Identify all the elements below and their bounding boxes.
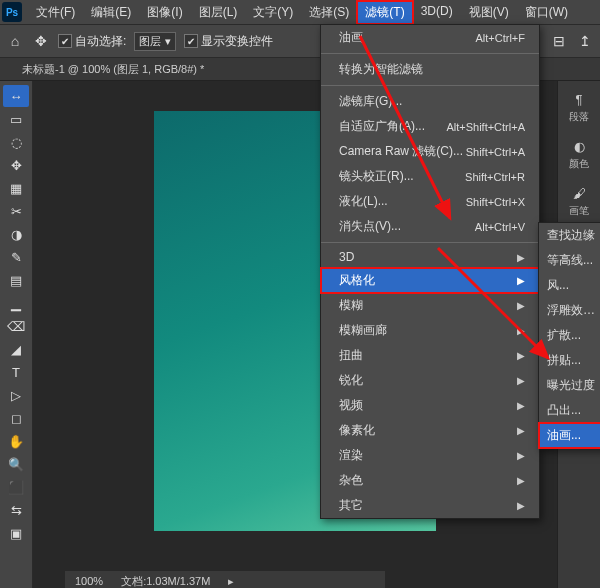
tool-14[interactable]: ◻ [3,407,29,429]
checkbox-icon: ✔ [58,34,72,48]
chevron-right-icon[interactable]: ▸ [228,575,234,588]
menu-item-渲染[interactable]: 渲染▶ [321,443,539,468]
menu-item-油画[interactable]: 油画Alt+Ctrl+F [321,25,539,50]
menu-item-滤镜库(G)...[interactable]: 滤镜库(G)... [321,89,539,114]
panel-icon: ◐ [569,138,589,154]
menu-item-自适应广角(A)...[interactable]: 自适应广角(A)...Alt+Shift+Ctrl+A [321,114,539,139]
menu-图层(L)[interactable]: 图层(L) [191,1,246,24]
menu-item-转换为智能滤镜[interactable]: 转换为智能滤镜 [321,57,539,82]
menu-item-模糊画廊[interactable]: 模糊画廊▶ [321,318,539,343]
menu-item-镜头校正(R)...[interactable]: 镜头校正(R)...Shift+Ctrl+R [321,164,539,189]
tool-9[interactable]: ▁ [3,292,29,314]
tool-3[interactable]: ✥ [3,154,29,176]
menu-item-Camera Raw 滤镜(C)...[interactable]: Camera Raw 滤镜(C)...Shift+Ctrl+A [321,139,539,164]
tool-16[interactable]: 🔍 [3,453,29,475]
menu-item-扭曲[interactable]: 扭曲▶ [321,343,539,368]
panel-label: 颜色 [569,157,589,171]
menu-item-视频[interactable]: 视频▶ [321,393,539,418]
submenu-item-风...[interactable]: 风... [539,273,600,298]
menu-item-锐化[interactable]: 锐化▶ [321,368,539,393]
submenu-item-凸出...[interactable]: 凸出... [539,398,600,423]
document-tab[interactable]: 未标题-1 @ 100% (图层 1, RGB/8#) * [14,60,212,79]
panel-label: 画笔 [569,204,589,218]
checkbox-icon: ✔ [184,34,198,48]
tool-0[interactable]: ↔ [3,85,29,107]
menu-视图(V)[interactable]: 视图(V) [461,1,517,24]
tool-11[interactable]: ◢ [3,338,29,360]
menu-item-杂色[interactable]: 杂色▶ [321,468,539,493]
tool-19[interactable]: ▣ [3,522,29,544]
zoom-level[interactable]: 100% [75,575,103,587]
menu-滤镜(T)[interactable]: 滤镜(T) [357,1,412,24]
tool-18[interactable]: ⇆ [3,499,29,521]
auto-select-target[interactable]: 图层 ▾ [134,32,176,51]
move-tool-icon[interactable]: ✥ [32,32,50,50]
tool-1[interactable]: ▭ [3,108,29,130]
menu-窗口(W)[interactable]: 窗口(W) [517,1,576,24]
tool-4[interactable]: ▦ [3,177,29,199]
menu-item-风格化[interactable]: 风格化▶ [321,268,539,293]
panel-段落[interactable]: ¶段落 [569,87,589,128]
tool-10[interactable]: ⌫ [3,315,29,337]
show-transform-option[interactable]: ✔ 显示变换控件 [184,33,273,50]
status-bar: 100% 文档:1.03M/1.37M ▸ [65,571,385,588]
menu-item-模糊[interactable]: 模糊▶ [321,293,539,318]
submenu-item-拼贴...[interactable]: 拼贴... [539,348,600,373]
menu-3D(D)[interactable]: 3D(D) [413,1,461,24]
menu-item-其它[interactable]: 其它▶ [321,493,539,518]
submenu-item-查找边缘[interactable]: 查找边缘 [539,223,600,248]
panel-颜色[interactable]: ◐颜色 [569,134,589,175]
panel-label: 段落 [569,110,589,124]
menu-选择(S)[interactable]: 选择(S) [301,1,357,24]
tool-12[interactable]: T [3,361,29,383]
stylize-submenu: 查找边缘等高线...风...浮雕效果...扩散...拼贴...曝光过度凸出...… [538,222,600,449]
submenu-item-扩散...[interactable]: 扩散... [539,323,600,348]
menu-item-像素化[interactable]: 像素化▶ [321,418,539,443]
submenu-item-曝光过度[interactable]: 曝光过度 [539,373,600,398]
tool-8[interactable]: ▤ [3,269,29,291]
tool-2[interactable]: ◌ [3,131,29,153]
panel-icon: ¶ [569,91,589,107]
menu-item-液化(L)...[interactable]: 液化(L)...Shift+Ctrl+X [321,189,539,214]
home-icon[interactable]: ⌂ [6,32,24,50]
menu-图像(I)[interactable]: 图像(I) [139,1,190,24]
submenu-item-浮雕效果...[interactable]: 浮雕效果... [539,298,600,323]
share-icon[interactable]: ↥ [576,32,594,50]
filter-menu: 油画Alt+Ctrl+F转换为智能滤镜滤镜库(G)...自适应广角(A)...A… [320,24,540,519]
menu-文件(F)[interactable]: 文件(F) [28,1,83,24]
app-logo: Ps [2,2,22,22]
auto-select-label: 自动选择: [75,33,126,50]
tool-17[interactable]: ⬛ [3,476,29,498]
tools-panel: ↔▭◌✥▦✂◑✎▤▁⌫◢T▷◻✋🔍⬛⇆▣ [0,81,33,588]
tool-5[interactable]: ✂ [3,200,29,222]
menu-文字(Y)[interactable]: 文字(Y) [245,1,301,24]
panel-画笔[interactable]: 🖌画笔 [569,181,589,222]
tool-7[interactable]: ✎ [3,246,29,268]
show-transform-label: 显示变换控件 [201,33,273,50]
submenu-item-等高线...[interactable]: 等高线... [539,248,600,273]
panel-icon: 🖌 [569,185,589,201]
doc-info: 文档:1.03M/1.37M [121,574,210,589]
menu-编辑(E)[interactable]: 编辑(E) [83,1,139,24]
tool-15[interactable]: ✋ [3,430,29,452]
menu-item-消失点(V)...[interactable]: 消失点(V)...Alt+Ctrl+V [321,214,539,239]
menubar: Ps 文件(F)编辑(E)图像(I)图层(L)文字(Y)选择(S)滤镜(T)3D… [0,0,600,25]
tool-13[interactable]: ▷ [3,384,29,406]
chevron-down-icon: ▾ [165,35,171,48]
auto-select-option[interactable]: ✔ 自动选择: [58,33,126,50]
menu-item-3D[interactable]: 3D▶ [321,246,539,268]
align-icon[interactable]: ⊟ [550,32,568,50]
tool-6[interactable]: ◑ [3,223,29,245]
submenu-item-油画...[interactable]: 油画... [539,423,600,448]
